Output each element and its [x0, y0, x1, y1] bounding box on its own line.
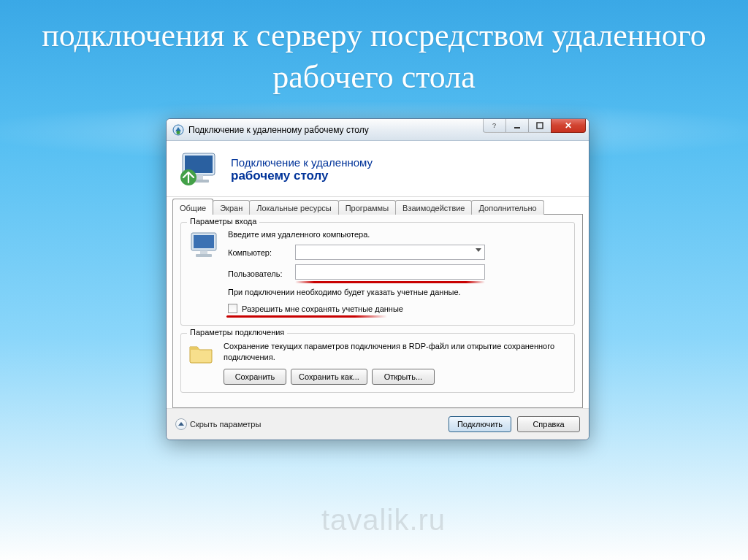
- tab-local-resources[interactable]: Локальные ресурсы: [249, 200, 338, 215]
- login-group: Параметры входа Введите имя удаленного: [180, 222, 575, 326]
- dialog-footer: Скрыть параметры Подключить Справка: [167, 408, 589, 440]
- credentials-note: При подключении необходимо будет указать…: [228, 288, 567, 296]
- banner-line2: рабочему столу: [231, 169, 373, 183]
- rdp-app-icon: [172, 124, 184, 136]
- window-controls: ? ✕: [484, 118, 586, 133]
- login-instruction: Введите имя удаленного компьютера.: [228, 230, 567, 239]
- tab-advanced[interactable]: Дополнительно: [471, 200, 543, 215]
- save-button[interactable]: Сохранить: [224, 369, 286, 385]
- computer-combobox[interactable]: [295, 245, 485, 260]
- svg-point-1: [177, 131, 180, 134]
- window-title: Подключение к удаленному рабочему столу: [188, 125, 369, 135]
- close-icon: ✕: [565, 120, 572, 131]
- banner: Подключение к удаленному рабочему столу: [167, 141, 589, 197]
- svg-rect-13: [196, 254, 212, 257]
- tab-area: Общие Экран Локальные ресурсы Программы …: [167, 197, 589, 408]
- connection-group: Параметры подключения Сохранение текущих…: [180, 333, 575, 393]
- open-button[interactable]: Открыть...: [372, 369, 435, 385]
- svg-rect-3: [514, 127, 520, 129]
- user-input[interactable]: [295, 264, 485, 280]
- hide-parameters-toggle[interactable]: Скрыть параметры: [175, 418, 261, 430]
- watermark: tavalik.ru: [321, 504, 446, 537]
- tab-experience[interactable]: Взаимодействие: [395, 200, 472, 215]
- maximize-button[interactable]: [528, 118, 552, 133]
- tab-programs[interactable]: Программы: [338, 200, 396, 215]
- chevron-up-icon: [175, 418, 187, 430]
- connection-description: Сохранение текущих параметров подключени…: [224, 341, 567, 363]
- help-icon-button[interactable]: ?: [483, 118, 506, 133]
- svg-rect-4: [537, 123, 543, 129]
- tab-display[interactable]: Экран: [213, 200, 250, 215]
- tab-strip: Общие Экран Локальные ресурсы Программы …: [172, 200, 583, 215]
- banner-line1: Подключение к удаленному: [231, 156, 373, 169]
- close-button[interactable]: ✕: [551, 118, 586, 133]
- svg-rect-12: [200, 250, 207, 254]
- help-button[interactable]: Справка: [517, 416, 580, 432]
- save-credentials-checkbox[interactable]: [228, 304, 237, 313]
- connect-button[interactable]: Подключить: [449, 416, 511, 432]
- hide-parameters-label: Скрыть параметры: [190, 420, 261, 429]
- connection-group-legend: Параметры подключения: [187, 328, 287, 337]
- user-row: Пользователь:: [228, 264, 567, 283]
- slide-title: подключения к серверу посредством удален…: [0, 15, 748, 98]
- titlebar[interactable]: Подключение к удаленному рабочему столу …: [167, 119, 589, 141]
- computer-icon: [188, 230, 221, 318]
- computer-row: Компьютер:: [228, 245, 567, 260]
- save-as-button[interactable]: Сохранить как...: [291, 369, 367, 385]
- remote-desktop-icon: [178, 151, 221, 188]
- rdp-window: Подключение к удаленному рабочему столу …: [166, 118, 589, 440]
- login-group-legend: Параметры входа: [187, 217, 259, 226]
- banner-text: Подключение к удаленному рабочему столу: [231, 156, 373, 183]
- chevron-down-icon: [476, 248, 481, 252]
- save-credentials-row[interactable]: Разрешить мне сохранять учетные данные: [228, 304, 567, 313]
- login-fields: Введите имя удаленного компьютера. Компь…: [228, 230, 567, 318]
- slide: подключения к серверу посредством удален…: [0, 0, 748, 560]
- user-label: Пользователь:: [228, 269, 295, 278]
- save-credentials-label: Разрешить мне сохранять учетные данные: [242, 304, 403, 313]
- minimize-button[interactable]: [505, 118, 529, 133]
- highlight-underline-user: [295, 281, 485, 283]
- computer-label: Компьютер:: [228, 248, 295, 257]
- tab-body-general: Параметры входа Введите имя удаленного: [172, 214, 583, 408]
- tab-general[interactable]: Общие: [172, 199, 213, 215]
- highlight-underline-checkbox: [226, 315, 387, 318]
- folder-icon: [188, 341, 216, 385]
- svg-text:?: ?: [492, 122, 496, 129]
- svg-rect-11: [194, 235, 214, 248]
